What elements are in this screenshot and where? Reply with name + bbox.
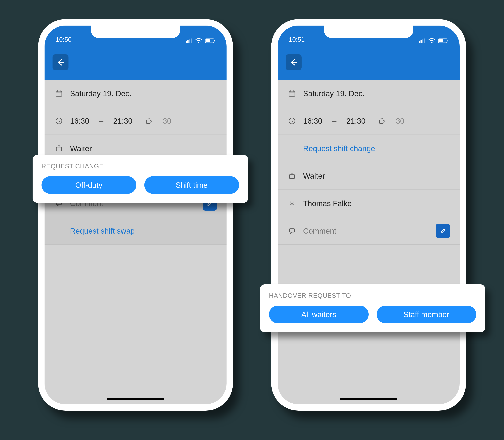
person-icon	[287, 200, 297, 207]
shift-time-button[interactable]: Shift time	[144, 176, 239, 194]
status-time: 10:50	[56, 36, 72, 43]
svg-rect-2	[189, 40, 190, 43]
screen: 10:51	[278, 26, 460, 404]
request-change-label: Request shift change	[303, 144, 375, 153]
handover-request-callout: HANDOVER REQUEST TO All waiters Staff me…	[260, 284, 485, 332]
svg-rect-7	[214, 40, 215, 41]
svg-point-21	[431, 42, 433, 43]
svg-rect-3	[191, 39, 192, 43]
request-swap-label: Request shift swap	[70, 227, 135, 235]
edit-comment-button[interactable]	[436, 224, 450, 238]
screen: 10:50	[45, 26, 226, 404]
callout-title: HANDOVER REQUEST TO	[269, 292, 476, 299]
svg-rect-6	[206, 39, 210, 42]
calendar-icon	[54, 90, 64, 97]
svg-rect-30	[290, 175, 294, 179]
time-row: 16:30 – 21:30 30	[278, 107, 460, 135]
svg-point-4	[198, 42, 199, 43]
app-header	[278, 45, 460, 80]
comment-icon	[287, 227, 297, 235]
comment-row[interactable]: Comment	[278, 217, 460, 245]
svg-rect-17	[419, 41, 420, 43]
back-button[interactable]	[53, 54, 68, 70]
time-dash: –	[332, 117, 337, 125]
status-time: 10:51	[289, 36, 305, 43]
date-row: Saturday 19. Dec.	[45, 80, 226, 107]
time-row: 16:30 – 21:30 30	[45, 107, 226, 135]
svg-point-31	[291, 201, 293, 203]
date-value: Saturday 19. Dec.	[70, 89, 131, 98]
notch	[324, 26, 413, 38]
signal-icon	[419, 39, 425, 43]
comment-label: Comment	[303, 227, 429, 235]
role-value: Waiter	[303, 172, 325, 180]
request-change-row[interactable]: Request shift change	[278, 135, 460, 162]
request-swap-row[interactable]: Request shift swap	[45, 217, 226, 245]
device-frame: 10:50	[38, 19, 233, 411]
phone-left: 10:50	[33, 19, 238, 411]
svg-rect-1	[187, 41, 188, 43]
wifi-icon	[195, 38, 202, 43]
svg-rect-13	[56, 147, 61, 151]
phone-right: 10:51	[266, 19, 471, 411]
svg-rect-19	[422, 40, 423, 43]
staff-member-button[interactable]: Staff member	[377, 306, 476, 323]
status-icons	[419, 38, 449, 43]
callout-title: REQUEST CHANGE	[41, 163, 239, 170]
shift-details: Saturday 19. Dec. 16:30 – 21:30 30	[278, 80, 460, 404]
home-indicator[interactable]	[340, 398, 397, 400]
time-start: 16:30	[70, 117, 89, 125]
status-icons	[186, 38, 215, 43]
assignee-row: Thomas Falke	[278, 190, 460, 217]
role-value: Waiter	[70, 144, 92, 153]
break-minutes: 30	[396, 117, 404, 125]
time-dash: –	[99, 117, 104, 125]
svg-rect-0	[186, 41, 187, 43]
all-waiters-button[interactable]: All waiters	[269, 306, 369, 323]
calendar-icon	[287, 90, 297, 97]
date-row: Saturday 19. Dec.	[278, 80, 460, 107]
battery-icon	[438, 39, 449, 43]
clock-icon	[287, 117, 297, 125]
svg-rect-20	[424, 39, 425, 43]
time-start: 16:30	[303, 117, 322, 125]
mug-icon	[377, 117, 386, 124]
time-end: 21:30	[113, 117, 132, 125]
date-value: Saturday 19. Dec.	[303, 89, 364, 98]
app-header	[45, 45, 226, 80]
role-row: Waiter	[278, 162, 460, 190]
wifi-icon	[428, 38, 435, 43]
svg-rect-23	[439, 39, 443, 42]
signal-icon	[186, 39, 192, 43]
svg-rect-24	[448, 40, 448, 41]
svg-rect-8	[56, 91, 62, 96]
briefcase-icon	[54, 145, 64, 152]
briefcase-icon	[287, 172, 297, 180]
clock-icon	[54, 117, 64, 125]
request-change-callout: REQUEST CHANGE Off-duty Shift time	[33, 155, 248, 203]
shift-details: Saturday 19. Dec. 16:30 – 21:30 30	[45, 80, 226, 404]
back-button[interactable]	[286, 54, 302, 70]
mug-icon	[144, 117, 153, 124]
svg-rect-18	[421, 41, 422, 43]
battery-icon	[205, 39, 215, 43]
svg-rect-32	[290, 229, 294, 232]
notch	[91, 26, 180, 38]
time-end: 21:30	[346, 117, 365, 125]
home-indicator[interactable]	[107, 398, 164, 400]
svg-rect-25	[289, 91, 295, 96]
assignee-value: Thomas Falke	[303, 199, 352, 208]
break-minutes: 30	[163, 117, 171, 125]
device-frame: 10:51	[271, 19, 466, 411]
off-duty-button[interactable]: Off-duty	[41, 176, 136, 194]
